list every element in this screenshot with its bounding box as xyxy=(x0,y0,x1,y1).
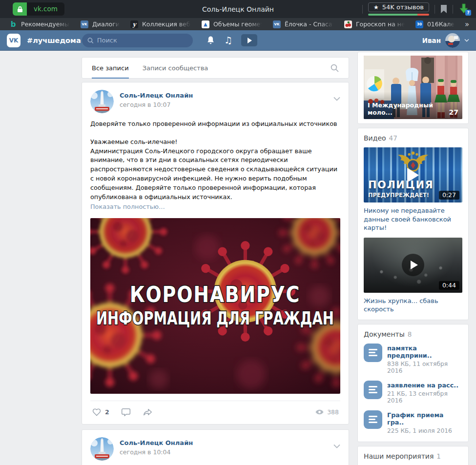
sidebar-events-card: Наши мероприятия1 xyxy=(357,446,469,465)
doc-meta: 838 КБ, 11 октября 2016 xyxy=(387,361,462,374)
comment-icon xyxy=(121,407,131,417)
events-section-header[interactable]: Наши мероприятия1 xyxy=(364,452,462,460)
post-header: Соль-Илецк Онлайн сегодня в 10:04 xyxy=(90,437,340,461)
hashtag-link[interactable]: #лучшедома xyxy=(27,37,81,44)
doc-meta: 21 КБ, 13 сентября 2016 xyxy=(387,390,462,404)
heart-icon xyxy=(92,407,102,417)
paragraph-gap xyxy=(90,129,340,138)
vk-logo[interactable]: VK xyxy=(7,34,21,47)
post-menu-chevron[interactable] xyxy=(333,437,340,461)
bing-favicon: b xyxy=(9,20,17,28)
post-paragraph: Доверяйте только проверенной информации … xyxy=(90,120,340,129)
download-extension-icon[interactable]: ? xyxy=(458,3,469,15)
doc-item-1[interactable]: памятка предприни.. 838 КБ, 11 октября 2… xyxy=(364,344,462,374)
document-icon xyxy=(364,344,382,362)
tab-all-posts[interactable]: Все записи xyxy=(92,58,129,78)
video-duration-badge: 0:44 xyxy=(439,281,459,290)
photo-thumbnail[interactable]: I Международный моло... 27 xyxy=(364,56,462,119)
post-text: Доверяйте только проверенной информации … xyxy=(90,120,340,212)
doc-meta: 225 КБ, 1 июля 2016 xyxy=(387,427,462,434)
question-badge: ? xyxy=(465,10,471,16)
address-badge[interactable]: vk.com xyxy=(13,2,64,16)
browser-window: vk.com Соль-Илецк Онлайн ★ 54K отзывов xyxy=(0,0,476,465)
section-count: 8 xyxy=(408,330,412,338)
browser-titlebar: vk.com Соль-Илецк Онлайн ★ 54K отзывов xyxy=(0,0,476,18)
browser-tab-2[interactable]: VK Диалоги xyxy=(75,18,125,30)
video-overlay-title: ПОЛИЦИЯ xyxy=(368,179,434,191)
video-duration-badge: 0:27 xyxy=(439,191,459,200)
section-title: Видео xyxy=(364,134,386,142)
browser-tab-3[interactable]: y Коллекция веб-фр xyxy=(125,18,196,30)
video-caption-link[interactable]: Никому не передавайте данные своей банко… xyxy=(364,206,462,232)
tab-label: Рекомендуемые уз xyxy=(21,20,70,28)
browser-tabbar: b Рекомендуемые уз VK Диалоги y Коллекци… xyxy=(0,18,476,30)
browser-tab-4[interactable]: ▲ Объемы геометри xyxy=(196,18,268,30)
bell-icon[interactable] xyxy=(206,36,215,45)
tabs-overflow-chevron[interactable]: » xyxy=(465,20,469,29)
page-content: Все записи Записи сообщества Соль-Илецк … xyxy=(0,51,476,465)
video-caption-link[interactable]: Жизнь хрупка... сбавь скорость xyxy=(364,297,462,314)
eye-icon xyxy=(315,409,324,415)
post-header: Соль-Илецк Онлайн сегодня в 10:07 xyxy=(90,90,340,113)
video-thumbnail-glass[interactable]: 0:44 xyxy=(364,238,462,293)
video-thumbnail-police[interactable]: ПОЛИЦИЯ ПРЕДУПРЕЖДАЕТ! 0:27 xyxy=(364,147,462,202)
post-timestamp[interactable]: сегодня в 10:04 xyxy=(120,448,193,456)
photo-count: 27 xyxy=(449,108,458,116)
section-title: Наши мероприятия xyxy=(364,452,434,460)
like-button[interactable]: 2 xyxy=(92,407,109,417)
sidebar-video-card: Видео47 ПОЛИЦИЯ xyxy=(357,128,469,320)
search-input[interactable] xyxy=(97,37,187,44)
tab-label: Ёлочка - Спасател xyxy=(285,20,333,28)
browser-tab-7[interactable]: 30 016Кале xyxy=(410,18,460,30)
lock-icon xyxy=(13,2,27,16)
video-section-header[interactable]: Видео47 xyxy=(364,134,462,142)
feed-search-icon[interactable] xyxy=(331,64,339,72)
post-image-coronavirus[interactable]: КОРОНАВИРУС ИНФОРМАЦИЯ ДЛЯ ГРАЖДАН xyxy=(90,218,340,394)
photo-caption-overlay: I Международный моло... 27 xyxy=(364,92,462,119)
bookmark-icon[interactable] xyxy=(440,5,447,13)
tab-label: 016Кале xyxy=(427,20,455,28)
browser-tab-1[interactable]: b Рекомендуемые уз xyxy=(4,18,75,30)
views-counter: 388 xyxy=(315,408,339,416)
quill-favicon: y xyxy=(130,20,138,28)
doc-title: График приема гра.. xyxy=(387,411,462,426)
feed-column: Все записи Записи сообщества Соль-Илецк … xyxy=(82,57,349,465)
browser-tab-5[interactable]: VK Ёлочка - Спасател xyxy=(268,18,339,30)
post-author-link[interactable]: Соль-Илецк Онлайн xyxy=(120,439,193,446)
post-menu-chevron[interactable] xyxy=(333,90,340,113)
search-icon xyxy=(87,37,94,44)
photo-caption: I Международный моло... xyxy=(368,101,449,116)
user-name: Иван xyxy=(422,37,441,44)
community-avatar[interactable] xyxy=(90,437,114,461)
rating-bar xyxy=(368,14,429,16)
comment-button[interactable] xyxy=(121,407,131,417)
user-menu[interactable]: Иван xyxy=(422,33,469,48)
image-title-line2: ИНФОРМАЦИЯ ДЛЯ ГРАЖДАН xyxy=(96,307,334,329)
browser-tab-6[interactable]: Гороскоп на неде xyxy=(339,18,410,30)
show-more-link[interactable]: Показать полностью… xyxy=(90,202,340,212)
post-2: Соль-Илецк Онлайн сегодня в 10:04 Для по… xyxy=(82,429,349,465)
sidebar-photo-card: I Международный моло... 27 xyxy=(357,52,469,124)
post-author-link[interactable]: Соль-Илецк Онлайн xyxy=(120,92,193,99)
tab-label: Диалоги xyxy=(92,20,120,28)
play-icon xyxy=(402,254,424,276)
feed-tabs: Все записи Записи сообщества xyxy=(82,57,349,79)
chevron-down-icon xyxy=(464,39,469,42)
header-search xyxy=(82,34,193,47)
post-timestamp[interactable]: сегодня в 10:07 xyxy=(120,101,193,108)
doc-item-3[interactable]: График приема гра.. 225 КБ, 1 июля 2016 xyxy=(364,410,462,434)
vk-favicon: VK xyxy=(273,20,281,28)
vk-header: VK #лучшедома ♫ Иван xyxy=(0,30,476,51)
community-avatar[interactable] xyxy=(90,90,114,113)
reviews-widget[interactable]: ★ 54K отзывов xyxy=(368,2,429,16)
divider xyxy=(453,5,453,14)
tab-community-posts[interactable]: Записи сообщества xyxy=(143,58,208,78)
views-count: 388 xyxy=(327,408,339,416)
post-meta: Соль-Илецк Онлайн сегодня в 10:04 xyxy=(120,437,193,461)
music-icon[interactable]: ♫ xyxy=(224,36,232,45)
tab-label: Записи сообщества xyxy=(143,64,208,72)
share-button[interactable] xyxy=(143,407,153,417)
doc-item-2[interactable]: заявление на расс.. 21 КБ, 13 сентября 2… xyxy=(364,381,462,404)
docs-section-header[interactable]: Документы8 xyxy=(364,330,462,338)
video-icon[interactable] xyxy=(241,34,257,46)
